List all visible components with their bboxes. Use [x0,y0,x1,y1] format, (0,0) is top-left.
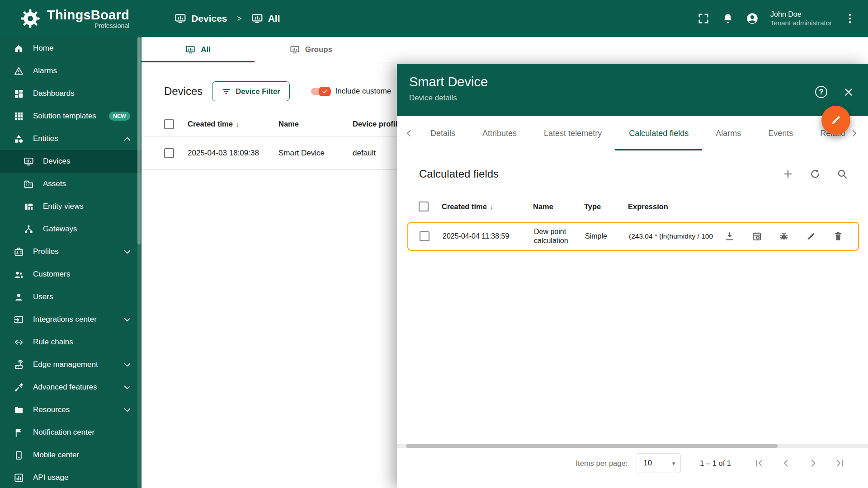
devices-icon [251,13,263,24]
check-icon [321,88,328,95]
sidebar-item-alarms[interactable]: Alarms [0,60,142,82]
last-page-icon[interactable] [834,457,845,469]
help-icon[interactable]: ? [815,86,827,98]
sidebar-item-mobile-center[interactable]: Mobile center [0,444,142,466]
sidebar-item-resources[interactable]: Resources [0,399,142,421]
sidebar-item-users[interactable]: Users [0,286,142,308]
close-icon[interactable] [843,86,854,98]
tabs-scroll-right-icon[interactable] [846,128,862,139]
device-details-panel: Smart Device Device details ? Details At… [397,64,868,488]
panel-header: Smart Device Device details ? [397,64,868,116]
edit-pencil-icon[interactable] [806,231,816,242]
tab-events[interactable]: Events [755,116,807,150]
tab-attributes[interactable]: Attributes [469,116,530,150]
export-download-icon[interactable] [724,231,735,242]
edit-fab-button[interactable] [821,106,850,135]
row-checkbox[interactable] [164,148,174,158]
search-icon[interactable] [836,168,848,180]
include-customers-label: Include custome [335,87,392,96]
column-header-created-time[interactable]: Created time ↓ [188,120,278,128]
breadcrumb-all-label: All [268,13,280,24]
edge-management-icon [14,360,24,370]
row-checkbox[interactable] [420,231,429,241]
refresh-icon[interactable] [809,168,821,180]
devices-icon [175,13,186,24]
debug-events-icon[interactable] [751,231,762,242]
panel-title: Smart Device [409,75,868,89]
sidebar-item-devices[interactable]: Devices [0,150,142,173]
sidebar-item-label: Entity views [43,202,84,211]
chevron-up-icon [122,134,132,144]
avatar[interactable] [746,12,759,25]
sidebar-item-label: Profiles [33,247,59,256]
select-all-checkbox[interactable] [419,202,429,211]
horizontal-scrollbar-thumb[interactable] [406,444,778,448]
pencil-icon [830,114,842,127]
more-vert-icon[interactable] [844,12,856,25]
fullscreen-icon[interactable] [697,12,710,25]
sidebar-item-customers[interactable]: Customers [0,263,142,286]
page-title: Devices [164,85,203,98]
sidebar-item-home[interactable]: Home [0,37,142,60]
column-header-name[interactable]: Name [278,120,353,128]
alarm-warning-icon [14,66,24,76]
select-caret-icon: ▾ [672,460,675,467]
sidebar-item-advanced-features[interactable]: Advanced features [0,376,142,399]
sidebar-scrollbar-thumb[interactable] [137,37,141,244]
sidebar-item-label: Alarms [33,66,57,75]
add-icon[interactable] [782,168,794,180]
user-menu[interactable]: John Doe Tenant administrator [770,10,832,28]
debug-bug-icon[interactable] [778,231,789,242]
breadcrumb-all[interactable]: All [251,13,280,24]
sidebar-item-integrations-center[interactable]: Integrations center [0,308,142,331]
advanced-features-icon [14,382,24,393]
sidebar-item-profiles[interactable]: Profiles [0,240,142,263]
user-role: Tenant administrator [770,19,832,28]
chevron-down-icon [122,405,132,415]
tab-calculated-fields[interactable]: Calculated fields [615,116,702,150]
column-header-type[interactable]: Type [584,202,628,211]
sidebar-item-rule-chains[interactable]: Rule chains [0,331,142,353]
groups-icon [290,45,300,55]
api-usage-icon [14,473,24,483]
thingsboard-logo[interactable]: ThingsBoard Professional [20,8,129,29]
notifications-bell-icon[interactable] [722,12,734,25]
rule-chains-icon [14,337,24,347]
sidebar-item-entities[interactable]: Entities [0,127,142,150]
sidebar-item-gateways[interactable]: Gateways [0,218,142,240]
sort-descending-icon: ↓ [490,203,494,211]
column-header-expression[interactable]: Expression [628,202,713,211]
breadcrumb-devices[interactable]: Devices [175,13,227,24]
first-page-icon[interactable] [754,457,765,469]
calculated-field-row[interactable]: 2025-04-04 11:38:59 Dew point calculatio… [407,222,859,251]
column-header-created-time[interactable]: Created time ↓ [442,202,533,211]
app-header: ThingsBoard Professional Devices > All J… [0,0,868,37]
sidebar-item-entity-views[interactable]: Entity views [0,195,142,218]
tab-all[interactable]: All [142,37,255,62]
sidebar-item-notification-center[interactable]: Notification center [0,421,142,444]
include-customers-toggle[interactable] [311,88,330,95]
previous-page-icon[interactable] [780,457,792,469]
panel-subtitle: Device details [409,94,868,103]
section-title: Calculated fields [419,168,499,180]
sidebar-item-api-usage[interactable]: API usage [0,466,142,488]
tab-latest-telemetry[interactable]: Latest telemetry [530,116,615,150]
device-filter-button[interactable]: Device Filter [212,81,289,101]
sidebar-item-solution-templates[interactable]: Solution templates NEW [0,105,142,127]
next-page-icon[interactable] [807,457,819,469]
devices-icon [185,45,195,55]
gateways-icon [24,224,34,235]
tab-alarms[interactable]: Alarms [702,116,755,150]
column-header-name[interactable]: Name [533,202,584,211]
delete-trash-icon[interactable] [833,231,844,242]
devices-icon [24,156,34,167]
sidebar-item-dashboards[interactable]: Dashboards [0,82,142,105]
items-per-page-select[interactable]: 10 ▾ [636,453,681,473]
calculated-fields-table-header: Created time ↓ Name Type Expression [397,194,868,219]
sidebar-item-assets[interactable]: Assets [0,173,142,195]
tab-groups[interactable]: Groups [255,37,368,62]
tab-details[interactable]: Details [417,116,469,150]
sidebar-item-edge-management[interactable]: Edge management [0,353,142,376]
select-all-checkbox[interactable] [164,119,174,129]
tabs-scroll-left-icon[interactable] [401,128,417,139]
